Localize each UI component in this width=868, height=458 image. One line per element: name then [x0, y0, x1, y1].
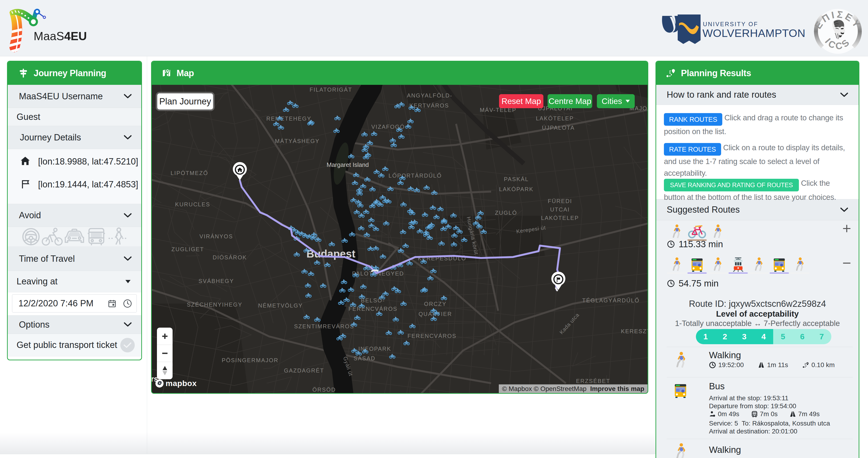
- svg-text:ZUGLÓ: ZUGLÓ: [495, 209, 517, 216]
- svg-text:FÜREDI: FÜREDI: [548, 198, 572, 204]
- svg-text:GAZDAGRÉT: GAZDAGRÉT: [284, 367, 324, 374]
- svg-text:KURUCLES: KURUCLES: [175, 201, 210, 207]
- svg-text:ÚJPALOTA: ÚJPALOTA: [542, 124, 575, 131]
- svg-text:UTCAI: UTCAI: [550, 206, 570, 212]
- svg-text:ZUGLIGET: ZUGLIGET: [172, 246, 204, 252]
- svg-text:KERESZT: KERESZT: [621, 328, 648, 334]
- svg-text:LAKÓTELEP: LAKÓTELEP: [541, 215, 579, 221]
- svg-text:VIRÁNYOS: VIRÁNYOS: [199, 233, 233, 239]
- svg-text:Margaret Island: Margaret Island: [327, 161, 369, 168]
- svg-text:VIZAFOGÓ: VIZAFOGÓ: [371, 124, 405, 130]
- svg-text:SVÁBHEGY: SVÁBHEGY: [198, 278, 234, 284]
- svg-text:ANGYALFÖLD-: ANGYALFÖLD-: [407, 92, 452, 98]
- svg-text:LŐPORTÁRDŰLŐ: LŐPORTÁRDŰLŐ: [389, 172, 442, 179]
- svg-text:LAKÓTELEP: LAKÓTELEP: [536, 115, 574, 121]
- svg-text:TÉGLAGYÁRDŰLŐ: TÉGLAGYÁRDŰLŐ: [582, 297, 640, 304]
- svg-text:UNIVERSITY OF: UNIVERSITY OF: [703, 21, 758, 27]
- svg-text:SASAD: SASAD: [353, 355, 375, 362]
- svg-text:FERENCVÁROS: FERENCVÁROS: [407, 333, 457, 339]
- svg-text:ORCZY: ORCZY: [424, 301, 447, 307]
- svg-text:REMETEHEGY: REMETEHEGY: [266, 115, 311, 122]
- svg-text:SZÉCHENYIHEGY: SZÉCHENYIHEGY: [187, 302, 242, 308]
- svg-text:NÉMETVÖLGY: NÉMETVÖLGY: [258, 303, 303, 309]
- svg-text:ERZSÉBET: ERZSÉBET: [576, 378, 611, 384]
- svg-text:FILATORIGÁT: FILATORIGÁT: [310, 86, 352, 93]
- svg-text:FERENCVÁROS: FERENCVÁROS: [348, 306, 398, 312]
- svg-text:KERTVÁROS: KERTVÁROS: [409, 102, 449, 109]
- svg-text:WOLVERHAMPTON: WOLVERHAMPTON: [703, 27, 805, 39]
- svg-text:SZENTIMREVÁROS: SZENTIMREVÁROS: [294, 323, 354, 330]
- svg-text:LIPÓTMEZŐ: LIPÓTMEZŐ: [170, 170, 208, 176]
- svg-text:LAKÓPARK: LAKÓPARK: [499, 186, 534, 192]
- svg-text:DIÓSÁROK: DIÓSÁROK: [213, 254, 247, 261]
- svg-text:PASKÁL: PASKÁL: [504, 176, 529, 182]
- svg-text:MÁTYÁSHEGY: MÁTYÁSHEGY: [275, 138, 320, 144]
- svg-text:PÖSINGERMAJOR: PÖSINGERMAJOR: [222, 357, 278, 363]
- svg-text:ÖRSÖD: ÖRSÖD: [312, 387, 336, 393]
